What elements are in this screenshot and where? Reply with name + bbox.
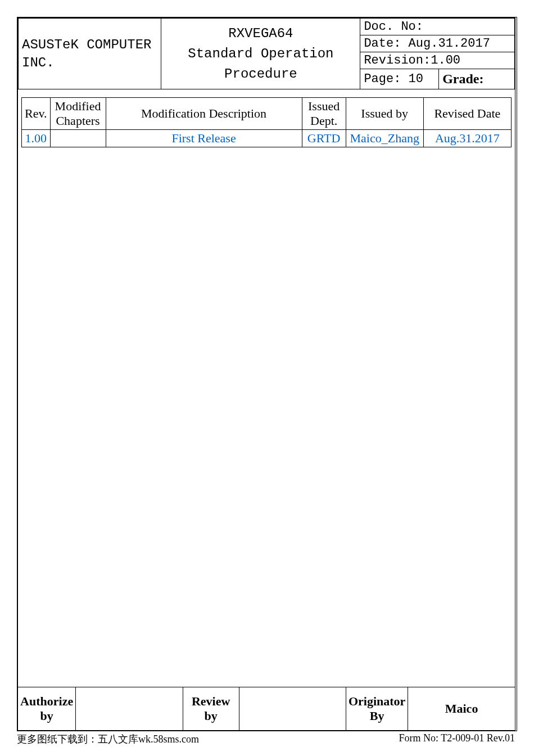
review-label: Review by [183, 687, 239, 731]
col-desc-header: Modification Description [106, 98, 302, 130]
company-cell: ASUSTeK COMPUTER INC. [19, 19, 161, 89]
bottom-line: 更多图纸下载到：五八文库wk.58sms.com Form No: T2-009… [17, 731, 517, 746]
revision-row: Revision:1.00 [360, 52, 514, 69]
header-table: ASUSTeK COMPUTER INC. RXVEGA64 Standard … [18, 18, 515, 89]
revision-value: Revision:1.00 [364, 53, 460, 68]
bottom-right-text: Form No: T2-009-01 Rev.01 [399, 732, 515, 746]
originator-name: Maico [408, 687, 515, 731]
bottom-left-text: 更多图纸下载到：五八文库wk.58sms.com [17, 732, 199, 746]
company-name: ASUSTeK COMPUTER INC. [22, 37, 151, 70]
col-by-header: Issued by [346, 98, 423, 130]
page-frame: ASUSTeK COMPUTER INC. RXVEGA64 Standard … [17, 17, 517, 731]
chapters-cell [50, 130, 106, 147]
authorize-blank [76, 687, 183, 731]
authorize-label: Authorize by [18, 687, 76, 731]
page-value: Page: 10 [364, 72, 423, 86]
date-row: Date: Aug.31.2017 [360, 35, 514, 52]
footer-signoff-table: Authorize by Review by Originator By Mai… [18, 687, 515, 730]
dept-cell: GRTD [302, 130, 346, 147]
review-blank [239, 687, 346, 731]
page-cell: Page: 10 [360, 69, 439, 89]
by-cell: Maico_Zhang [346, 130, 423, 147]
col-rev-header: Rev. [22, 98, 51, 130]
date-cell: Aug.31.2017 [423, 130, 511, 147]
title-line2: Standard Operation Procedure [188, 46, 333, 82]
title-line1: RXVEGA64 [228, 26, 293, 41]
doc-no-row: Doc. No: [360, 19, 514, 35]
date-value: Date: Aug.31.2017 [364, 37, 490, 51]
revision-row-0: 1.00 First Release GRTD Maico_Zhang Aug.… [22, 130, 512, 147]
col-dept-header: Issued Dept. [302, 98, 346, 130]
doc-no-label: Doc. No: [364, 20, 423, 34]
revision-header-row: Rev. Modified Chapters Modification Desc… [22, 98, 512, 130]
col-chapters-header: Modified Chapters [50, 98, 106, 130]
grade-cell: Grade: [439, 69, 515, 89]
title-cell: RXVEGA64 Standard Operation Procedure [161, 19, 360, 89]
revision-table: Rev. Modified Chapters Modification Desc… [21, 97, 512, 147]
meta-stack: Doc. No: Date: Aug.31.2017 Revision:1.00 [360, 19, 515, 69]
desc-cell: First Release [106, 130, 302, 147]
grade-label: Grade: [442, 71, 483, 86]
rev-cell: 1.00 [22, 130, 51, 147]
originator-label: Originator By [346, 687, 408, 731]
col-date-header: Revised Date [423, 98, 511, 130]
